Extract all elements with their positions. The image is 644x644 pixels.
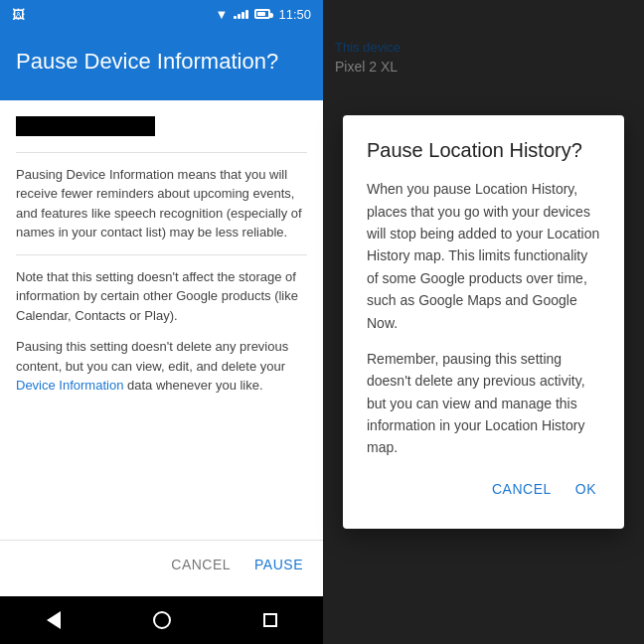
navigation-bar: [0, 596, 323, 644]
dialog-body: Pausing Device Information means that yo…: [0, 100, 323, 540]
dialog-actions: CANCEL PAUSE: [0, 540, 323, 596]
wifi-icon: ▼: [216, 7, 229, 22]
modal-paragraph-1: When you pause Location History, places …: [367, 178, 600, 334]
delete-paragraph: Pausing this setting doesn't delete any …: [16, 337, 307, 396]
modal-body: When you pause Location History, places …: [367, 178, 600, 459]
battery-icon: [254, 9, 270, 19]
divider-2: [16, 254, 307, 255]
left-phone-screen: 🖼 ▼ 11:50 Pause Device Information? Paus…: [0, 0, 323, 644]
dialog-header: Pause Device Information?: [0, 28, 323, 100]
back-button[interactable]: [47, 611, 61, 629]
delete-text-after: data whenever you like.: [123, 378, 262, 393]
modal-actions: CANCEL OK: [367, 473, 600, 505]
signal-icon: [234, 10, 248, 19]
pause-description: Pausing Device Information means that yo…: [16, 165, 307, 242]
modal-overlay: Pause Location History? When you pause L…: [323, 0, 644, 644]
note-paragraph: Note that this setting doesn't affect th…: [16, 267, 307, 326]
modal-title: Pause Location History?: [367, 139, 600, 162]
pause-button[interactable]: PAUSE: [250, 549, 307, 580]
status-time: 11:50: [278, 7, 311, 22]
modal-cancel-button[interactable]: CANCEL: [488, 473, 556, 505]
modal-ok-button[interactable]: OK: [571, 473, 600, 505]
cancel-button[interactable]: CANCEL: [167, 549, 235, 580]
pause-location-dialog: Pause Location History? When you pause L…: [343, 115, 624, 529]
delete-text-before: Pausing this setting doesn't delete any …: [16, 339, 288, 374]
home-button[interactable]: [153, 611, 171, 629]
modal-paragraph-2: Remember, pausing this setting doesn't d…: [367, 348, 600, 459]
dialog-title: Pause Device Information?: [16, 48, 307, 77]
device-information-link[interactable]: Device Information: [16, 378, 123, 393]
right-panel: This device Pixel 2 XL Pause Location Hi…: [323, 0, 644, 644]
divider-1: [16, 152, 307, 153]
recents-button[interactable]: [263, 613, 277, 627]
status-bar: 🖼 ▼ 11:50: [0, 0, 323, 28]
redacted-account: [16, 116, 155, 136]
photo-icon: 🖼: [12, 7, 25, 22]
